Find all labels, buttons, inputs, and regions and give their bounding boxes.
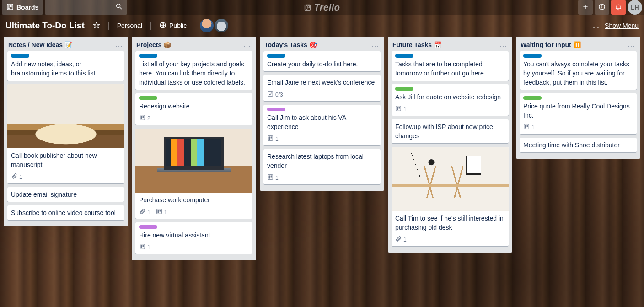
card-labels [139,225,249,229]
svg-rect-33 [399,107,400,109]
svg-line-4 [120,7,122,9]
card[interactable]: Followup with ISP about new price change… [392,119,509,143]
list-cards: Add new notes, ideas, or brainstorming i… [4,51,128,224]
card[interactable]: Research latest laptops from local vendo… [263,149,381,184]
card-badge-value: 1 [19,174,22,180]
list-menu-button[interactable]: … [626,40,637,49]
notifications-button[interactable] [611,0,626,15]
card-text: Purchase work computer [139,195,249,205]
svg-rect-28 [268,175,273,180]
card-badge-trello: 1 [267,135,279,143]
user-initials: LH [631,4,639,11]
topbar: Boards Trello LH [0,0,644,15]
card-badge-attachment: 1 [139,208,150,216]
list-menu-button[interactable]: … [370,40,381,49]
card[interactable]: Hire new virtual assistant1 [135,222,252,254]
svg-rect-24 [268,92,273,97]
globe-icon [159,22,166,30]
card-label[interactable] [139,54,157,58]
card-labels [139,96,249,100]
list-header: Future Tasks 📅… [388,37,512,51]
list-header: Notes / New Ideas 📝… [4,37,128,51]
card[interactable]: Subscribe to online video course tool [7,205,124,220]
trello-icon [139,243,145,251]
list-menu-button[interactable]: … [498,40,509,49]
boards-button[interactable]: Boards [2,0,43,15]
star-button[interactable] [89,18,104,33]
list-title[interactable]: Waiting for Input ⏸️ [521,41,626,48]
board-header: Ultimate To-Do List Personal Public … Sh… [0,15,644,37]
attachment-icon [139,208,145,216]
svg-rect-18 [156,209,161,214]
list-header: Projects 📦… [132,37,256,51]
card-badge-value: 1 [403,237,407,243]
board-member[interactable] [215,19,228,32]
list-title[interactable]: Notes / New Ideas 📝 [8,41,113,48]
board-title[interactable]: Ultimate To-Do List [5,18,85,33]
attachment-icon [395,236,402,243]
card-label[interactable] [395,54,413,58]
list-title[interactable]: Future Tasks 📅 [392,41,498,48]
card[interactable]: Purchase work computer11 [135,129,252,219]
card-badge-trello: 1 [139,243,150,251]
card-label[interactable] [523,96,542,100]
list-menu-button[interactable]: … [113,40,124,49]
user-avatar[interactable]: LH [628,0,642,15]
svg-marker-13 [93,22,99,28]
ellipsis-icon: … [499,41,507,48]
team-button[interactable]: Personal [113,18,146,33]
ellipsis-icon: … [115,41,123,48]
show-menu-button[interactable]: Show Menu [605,22,639,29]
card[interactable]: Ask Jill for quote on website redesign1 [392,84,509,116]
card-labels [523,54,633,58]
list-cards: Create your daily to-do list here.Email … [260,51,384,188]
card[interactable]: Call Jim to ask about his VA experience1 [263,105,381,145]
list-title[interactable]: Projects 📦 [136,41,242,48]
card[interactable]: Create your daily to-do list here. [263,51,381,71]
svg-rect-21 [140,244,145,249]
card[interactable]: Call book publisher about new manuscript… [7,84,124,183]
list: Projects 📦…List all of your key projects… [132,37,256,260]
card[interactable]: Update email signature [7,187,124,202]
create-button[interactable] [578,0,593,15]
card[interactable]: Redesign website2 [135,93,252,125]
card-label[interactable] [267,108,285,111]
card-label[interactable] [139,225,157,229]
svg-rect-5 [305,5,310,10]
visibility-button[interactable]: Public [156,18,190,33]
card-label[interactable] [139,96,157,100]
card-label[interactable] [523,54,542,58]
list: Waiting for Input ⏸️…You can't always co… [516,37,640,159]
card[interactable]: Call Tim to see if he's still interested… [392,147,509,246]
card-badge-trello: 1 [395,105,407,113]
trello-icon [139,114,145,122]
card[interactable]: Price quote from Really Cool Designs Inc… [520,93,637,134]
list-cards: List all of your key projects and goals … [132,51,256,258]
info-button[interactable] [595,0,609,15]
list-cards: Tasks that are to be completed tomorrow … [388,51,512,250]
card[interactable]: Add new notes, ideas, or brainstorming i… [7,51,124,81]
svg-rect-1 [8,5,10,9]
card[interactable]: You can't always complete your tasks by … [520,51,637,90]
list-header: Today's Tasks 🎯… [260,37,384,51]
card[interactable]: Email Jane re next week's conference0/3 [263,75,381,101]
card-label[interactable] [11,54,29,58]
board-member[interactable] [200,19,214,32]
card-text: Update email signature [11,190,121,199]
card-badges: 1 [263,173,381,184]
card-text: Redesign website [139,102,249,111]
star-icon [93,22,100,30]
list: Notes / New Ideas 📝…Add new notes, ideas… [4,37,128,226]
search-input[interactable] [45,0,127,15]
card-label[interactable] [395,87,413,91]
card[interactable]: List all of your key projects and goals … [135,51,252,90]
card-labels [395,87,505,91]
card-label[interactable] [267,54,285,58]
card[interactable]: Meeting time with Shoe distributor [520,138,637,152]
svg-rect-16 [141,116,142,119]
list-title[interactable]: Today's Tasks 🎯 [264,41,370,48]
svg-rect-2 [11,5,12,7]
card-labels [395,54,505,58]
card[interactable]: Tasks that are to be completed tomorrow … [392,51,509,81]
list-menu-button[interactable]: … [242,40,252,49]
